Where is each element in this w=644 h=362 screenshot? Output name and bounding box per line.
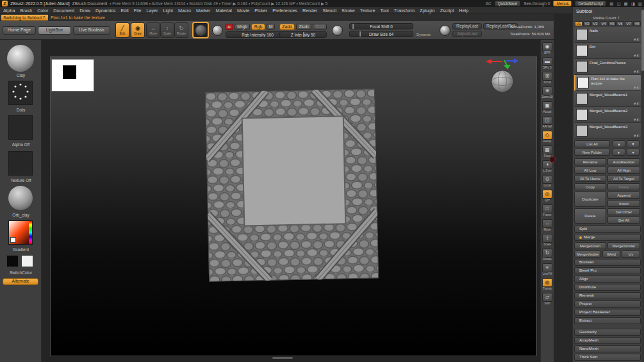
tab-v5[interactable]: V5 xyxy=(608,21,616,26)
all-to-target-button[interactable]: All To Target xyxy=(607,175,640,182)
section-project-basrelief[interactable]: Project BasRelief xyxy=(574,309,641,316)
polypaint-icon[interactable]: ◧ xyxy=(637,54,640,57)
color-swatch-inner[interactable] xyxy=(10,237,16,243)
section-split[interactable]: Split xyxy=(574,226,641,233)
tab-v3[interactable]: V3 xyxy=(591,21,599,26)
split-view-icon[interactable]: ◫ xyxy=(616,1,620,6)
del-other-button[interactable]: Del Other xyxy=(607,208,640,215)
shelf-qrz[interactable]: ◎ Qrz xyxy=(542,190,552,202)
scale-button[interactable]: ↕ Scale xyxy=(160,22,174,38)
dynamic-label[interactable]: Dynamic xyxy=(417,33,431,37)
shelf-scale[interactable]: ↕ Scale xyxy=(542,234,552,247)
section-extract[interactable]: Extract xyxy=(574,317,641,324)
section-project[interactable]: Project xyxy=(574,300,641,308)
shelf-actual[interactable]: ▣ Actual xyxy=(542,101,552,114)
current-material-button[interactable] xyxy=(192,22,209,38)
material-picker[interactable] xyxy=(8,186,33,210)
all-to-home-button[interactable]: All To Home xyxy=(574,175,606,182)
all-low-button[interactable]: All Low xyxy=(574,167,606,174)
menu-item-brush[interactable]: Brush xyxy=(20,8,32,13)
zcut-button[interactable]: Zcut xyxy=(313,24,327,30)
alpha-picker[interactable] xyxy=(8,115,33,140)
focal-shift-handle[interactable] xyxy=(352,24,354,29)
menu-item-alpha[interactable]: Alpha xyxy=(3,8,15,13)
color-picker[interactable] xyxy=(8,220,33,245)
panel-rows-icon[interactable]: ▥ xyxy=(638,1,642,6)
eye-icon[interactable]: ◉ xyxy=(634,38,636,41)
tab-v1[interactable]: V1 xyxy=(575,21,582,26)
zsub-button[interactable]: Zsub xyxy=(296,24,311,30)
tab-v7[interactable]: V7 xyxy=(625,21,632,26)
polypaint-icon[interactable]: ◧ xyxy=(637,86,640,89)
eye-icon[interactable]: ◉ xyxy=(634,134,636,137)
adjust-last-button[interactable]: AdjustLast xyxy=(452,31,482,37)
merge-visible-button[interactable]: MergeVisible xyxy=(574,251,601,258)
menu-item-material[interactable]: Material xyxy=(215,8,232,13)
eye-icon[interactable]: ◉ xyxy=(634,70,636,73)
subtool-row-nails[interactable]: Nails ◉◧ xyxy=(574,27,641,43)
eye-icon[interactable]: ◉ xyxy=(634,118,636,121)
palette-grid-icon[interactable]: ▦ xyxy=(624,1,628,6)
eye-icon[interactable]: ◉ xyxy=(634,54,636,57)
menu-item-render[interactable]: Render xyxy=(302,8,318,13)
live-boolean-button[interactable]: Live Boolean xyxy=(73,26,110,35)
menu-item-tool[interactable]: Tool xyxy=(380,8,388,13)
polypaint-icon[interactable]: ◧ xyxy=(637,38,640,41)
shelf-aahalf[interactable]: ◫ AAHalf xyxy=(542,116,552,129)
active-color-swatch[interactable]: A: xyxy=(226,24,233,30)
polypaint-icon[interactable]: ◧ xyxy=(637,70,640,73)
menu-item-stroke[interactable]: Stroke xyxy=(342,8,355,13)
folder-in-button[interactable]: ▸ xyxy=(613,149,625,156)
layout-grid-icon[interactable]: ▤ xyxy=(609,1,613,6)
menu-item-macro[interactable]: Macro xyxy=(178,8,191,13)
subtool-row-plan1x1-selected[interactable]: Plan 1x1 to bake the texture ◉◧ xyxy=(574,75,641,91)
shelf-frame[interactable]: □ Frame xyxy=(542,204,552,217)
subtool-row-dirt[interactable]: Dirt ◉◧ xyxy=(574,43,641,59)
replay-last-button[interactable]: ReplayLast xyxy=(452,23,482,29)
viewport-canvas[interactable] xyxy=(42,40,540,362)
rotate-button[interactable]: ↻ Rotate xyxy=(174,22,188,38)
panel-scrollbar[interactable] xyxy=(641,7,644,362)
panel-scrollbar-thumb[interactable] xyxy=(641,10,644,71)
menu-item-preferences[interactable]: Preferences xyxy=(272,8,297,13)
tab-v4[interactable]: V4 xyxy=(600,21,607,26)
duplicate-button[interactable]: Duplicate xyxy=(574,192,606,207)
home-page-button[interactable]: Home Page xyxy=(3,26,36,35)
polypaint-icon[interactable]: ◧ xyxy=(637,118,640,121)
shelf-persp[interactable]: ◇ Persp xyxy=(542,131,552,144)
weld-button[interactable]: Weld xyxy=(602,251,620,258)
palette-thick-skin[interactable]: Thick Skin xyxy=(574,354,641,361)
menu-item-zplugin[interactable]: Zplugin xyxy=(420,8,435,13)
color-sphere-icon[interactable] xyxy=(212,25,223,36)
menu-item-transform[interactable]: Transform xyxy=(394,8,415,13)
shelf-rotate[interactable]: ↻ Rotate xyxy=(542,249,552,261)
menu-item-edit[interactable]: Edit xyxy=(120,8,128,13)
section-bevel-pro[interactable]: Bevel Pro xyxy=(574,267,641,274)
list-all-button[interactable]: List All xyxy=(574,140,610,147)
draw-size-slider[interactable]: Draw Size 64 xyxy=(349,31,413,37)
z-intensity-handle[interactable] xyxy=(302,32,304,37)
z-intensity-slider[interactable]: Z Intensity 50 xyxy=(279,31,327,38)
menu-item-light[interactable]: Light xyxy=(163,8,173,13)
palette-nanomesh[interactable]: NanoMesh xyxy=(574,345,641,352)
shelf-local[interactable]: ⊙ Local xyxy=(542,175,552,188)
rgb-button[interactable]: Rgb xyxy=(251,24,265,30)
mrgb-button[interactable]: Mrgb xyxy=(235,24,250,30)
merge-similar-button[interactable]: MergeSimilar xyxy=(607,242,640,249)
menu-item-draw[interactable]: Draw xyxy=(79,8,90,13)
secondary-color-swatch[interactable] xyxy=(21,255,33,267)
main-color-swatch[interactable] xyxy=(6,255,19,267)
brush-picker[interactable] xyxy=(7,45,34,72)
subtool-row-final-combinepieces[interactable]: Final_CombinePieces ◉◧ xyxy=(574,59,641,75)
quicksave-button[interactable]: QuickSave xyxy=(495,1,520,6)
folder-out-button[interactable]: ▾ xyxy=(627,149,640,156)
copy-button[interactable]: Copy xyxy=(574,183,606,190)
camera-nav-sphere[interactable] xyxy=(490,69,515,94)
shelf-linefill[interactable]: ≡ LineFill xyxy=(542,263,552,276)
menu-item-document[interactable]: Document xyxy=(53,8,74,13)
panel-right-icon[interactable]: ◨ xyxy=(631,1,635,6)
section-remesh[interactable]: Remesh xyxy=(574,292,641,299)
menus-button[interactable]: Menus xyxy=(553,1,572,6)
del-all-button[interactable]: Del All xyxy=(607,217,640,224)
m-button[interactable]: M xyxy=(267,24,275,30)
